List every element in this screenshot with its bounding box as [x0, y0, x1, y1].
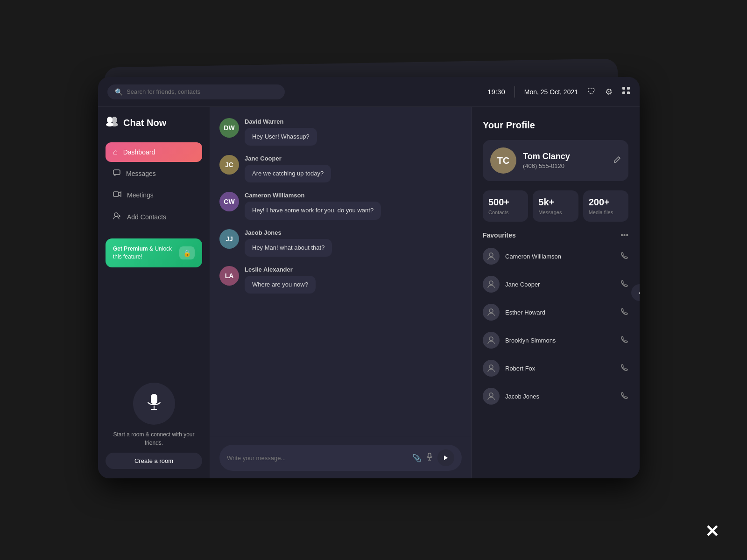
time-display: 19:30 [487, 88, 505, 96]
svg-rect-1 [627, 87, 630, 90]
svg-point-5 [112, 117, 117, 123]
input-row: 📎 [219, 445, 462, 471]
avatar: DW [219, 118, 239, 138]
attach-icon[interactable]: 📎 [412, 454, 422, 462]
fav-left: Robert Fox [483, 360, 535, 377]
fav-left: Jane Cooper [483, 276, 540, 293]
svg-point-7 [111, 123, 118, 126]
grid-icon[interactable] [622, 86, 630, 97]
call-icon[interactable] [621, 392, 628, 401]
profile-panel: Your Profile TC Tom Clancy (406) 555-012… [472, 107, 640, 478]
mic-input-icon[interactable] [426, 453, 433, 463]
message-content: Cameron Williamson Hey! I have some work… [245, 192, 381, 219]
sender-name: David Warren [245, 118, 317, 125]
meetings-icon [113, 191, 121, 199]
favourite-item: Cameron Williamson [483, 245, 628, 267]
fav-name: Brooklyn Simmons [505, 337, 556, 344]
close-button[interactable]: ✕ [705, 522, 719, 541]
favourite-item: Robert Fox [483, 357, 628, 379]
sidebar-item-meetings[interactable]: Meetings [106, 185, 202, 205]
fav-name: Robert Fox [505, 365, 535, 372]
message-item: LA Leslie Alexander Where are you now? [219, 266, 462, 294]
nav-label-dashboard: Dashboard [123, 148, 155, 156]
room-description: Start a room & connect with your friends… [106, 430, 202, 447]
profile-avatar: TC [490, 147, 516, 174]
logo-icon [106, 116, 119, 129]
svg-point-20 [489, 337, 493, 341]
chevron-left-icon: ‹ [639, 289, 640, 296]
message-input[interactable] [227, 455, 408, 462]
date-display: Mon, 25 Oct, 2021 [524, 88, 578, 96]
stat-messages: 5k+ Messages [533, 190, 578, 222]
more-options-icon[interactable]: ••• [620, 231, 628, 239]
call-icon[interactable] [621, 336, 628, 345]
avatar: JJ [219, 229, 239, 249]
create-room-button[interactable]: Create a room [106, 453, 202, 469]
collapse-panel-button[interactable]: ‹ [631, 284, 640, 301]
favourites-section: Favourites ••• Cameron Wi [483, 231, 628, 407]
sender-name: Jacob Jones [245, 229, 332, 236]
search-input[interactable] [127, 88, 277, 95]
stat-contacts-value: 500+ [488, 197, 522, 208]
svg-rect-0 [622, 87, 625, 90]
message-item: DW David Warren Hey User! Whassup? [219, 118, 462, 146]
message-content: Jane Cooper Are we catching up today? [245, 155, 331, 182]
fav-avatar [483, 332, 500, 349]
nav-label-meetings: Meetings [127, 191, 154, 199]
search-bar[interactable]: 🔍 [107, 84, 285, 99]
fav-name: Esther Howard [505, 309, 545, 316]
edit-profile-icon[interactable] [613, 156, 621, 165]
divider [514, 86, 515, 98]
svg-rect-2 [622, 91, 625, 94]
message-bubble: Where are you now? [245, 276, 316, 294]
message-item: JJ Jacob Jones Hey Man! what about that? [219, 229, 462, 257]
svg-point-21 [489, 365, 493, 369]
stat-media-value: 200+ [589, 197, 623, 208]
sidebar-item-add-contacts[interactable]: Add Contacts [106, 207, 202, 227]
fav-name: Jane Cooper [505, 281, 540, 288]
svg-rect-9 [113, 192, 119, 196]
fav-left: Esther Howard [483, 304, 545, 321]
stat-media: 200+ Media files [583, 190, 628, 222]
room-area: Start a room & connect with your friends… [106, 383, 202, 469]
premium-text: Get Premium & Unlock this feature! [113, 245, 179, 261]
topbar: 🔍 19:30 Mon, 25 Oct, 2021 🛡 ⚙ [98, 77, 640, 107]
profile-card: TC Tom Clancy (406) 555-0120 [483, 140, 628, 181]
app-name: Chat Now [123, 118, 166, 128]
messages-icon [113, 169, 120, 178]
svg-rect-14 [428, 453, 431, 458]
message-bubble: Are we catching up today? [245, 165, 331, 182]
sidebar-item-messages[interactable]: Messages [106, 164, 202, 183]
svg-point-17 [489, 253, 493, 257]
stat-contacts-label: Contacts [488, 210, 522, 215]
stat-messages-label: Messages [538, 210, 572, 215]
fav-avatar [483, 276, 500, 293]
sidebar-item-dashboard[interactable]: ⌂ Dashboard [106, 142, 202, 162]
nav-items: ⌂ Dashboard Messages [106, 142, 202, 227]
home-icon: ⌂ [113, 148, 118, 156]
favourite-item: Jane Cooper [483, 273, 628, 295]
messages-list: DW David Warren Hey User! Whassup? JC [210, 107, 471, 437]
sender-name: Cameron Williamson [245, 192, 381, 199]
call-icon[interactable] [621, 308, 628, 317]
fav-left: Cameron Williamson [483, 248, 561, 265]
call-icon[interactable] [621, 364, 628, 373]
avatar: CW [219, 192, 239, 211]
message-content: Jacob Jones Hey Man! what about that? [245, 229, 332, 257]
svg-rect-8 [113, 170, 120, 175]
sender-name: Leslie Alexander [245, 266, 316, 273]
message-bubble: Hey User! Whassup? [245, 128, 317, 146]
fav-left: Brooklyn Simmons [483, 332, 556, 349]
favourite-item: Brooklyn Simmons [483, 329, 628, 351]
gear-icon[interactable]: ⚙ [605, 87, 613, 97]
stat-contacts: 500+ Contacts [483, 190, 528, 222]
svg-point-22 [489, 393, 493, 397]
call-icon[interactable] [621, 252, 628, 261]
call-icon[interactable] [621, 280, 628, 289]
shield-icon[interactable]: 🛡 [587, 87, 596, 97]
send-button[interactable] [437, 449, 454, 466]
message-content: David Warren Hey User! Whassup? [245, 118, 317, 146]
premium-banner[interactable]: Get Premium & Unlock this feature! 🔒 [106, 238, 202, 267]
fav-avatar [483, 304, 500, 321]
svg-point-18 [489, 281, 493, 285]
